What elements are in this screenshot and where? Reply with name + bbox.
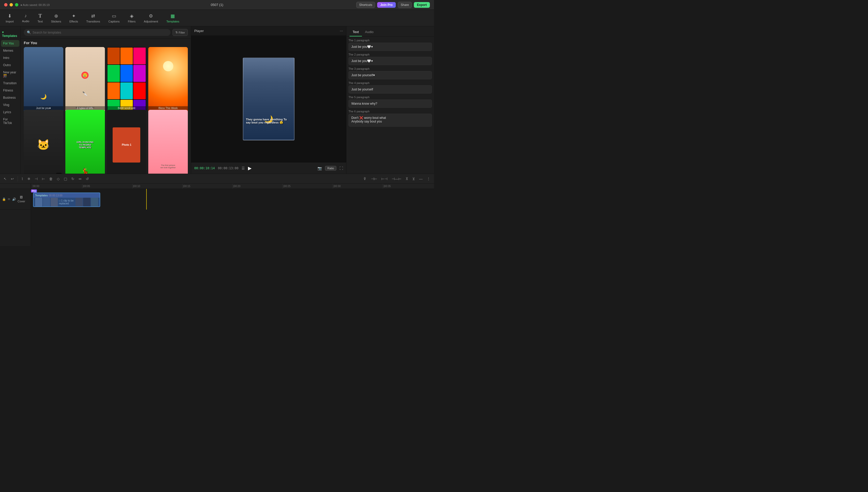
template-card-6[interactable]: GIRL DANCINGTO PEDROTEMPLATE 💃 bbox=[66, 110, 105, 174]
clip-before-button[interactable]: ⊣ bbox=[33, 176, 39, 182]
search-input[interactable] bbox=[32, 31, 168, 34]
sidebar-item-memes[interactable]: Memes bbox=[1, 47, 19, 54]
tool-text[interactable]: T Text bbox=[34, 11, 46, 25]
tool-stickers[interactable]: ⊕ Stickers bbox=[48, 11, 65, 25]
track-lock-button[interactable]: 🔒 bbox=[2, 197, 6, 201]
timeline-area: ↖ ↩ ⌇ ❄ ⊣ ⊢ 🗑 ◇ ▢ ↻ ⇔ ↺ 🎙 ⊣⊢ ⊢⊣ ⊣—⊢ ⊼ ⊻ … bbox=[0, 174, 434, 246]
sidebar-item-for-tiktok[interactable]: For TikTok bbox=[1, 116, 19, 126]
delete-button[interactable]: 🗑 bbox=[48, 176, 54, 182]
split-button[interactable]: ⌇ bbox=[20, 176, 25, 182]
tool-import[interactable]: ⬇ Import bbox=[2, 11, 17, 25]
handle-tr[interactable] bbox=[291, 58, 295, 61]
tool-audio-label: Audio bbox=[22, 20, 29, 23]
paragraph-4-input[interactable]: Just be yourself bbox=[349, 85, 432, 94]
clip-placeholder-text: □ 1 clip to be replaced bbox=[59, 199, 74, 205]
crop-button[interactable]: ▢ bbox=[62, 176, 69, 182]
template-card-2[interactable]: 😢 🔪 IT WAS HIS SISTER!!! ✂ 484.9K🎬 2 ⬇ 2… bbox=[66, 47, 105, 117]
select-tool-button[interactable]: ↖ bbox=[2, 176, 8, 182]
share-button[interactable]: Share bbox=[398, 2, 412, 8]
tool-effects[interactable]: ✦ Effects bbox=[66, 11, 82, 25]
paragraph-2-input[interactable]: Just be you🤍♥ bbox=[349, 57, 432, 65]
sidebar-item-fitness[interactable]: Fitness bbox=[1, 87, 19, 94]
template-card-1[interactable]: 🌙 ✂ 77🎬 1 Just be you♥ bbox=[24, 47, 63, 117]
tool-transitions[interactable]: ⇄ Transitions bbox=[83, 11, 104, 25]
clip-after-button[interactable]: ⊢ bbox=[40, 176, 47, 182]
timeline-ruler: 00:00 |00:05 |00:10 |00:15 |00:20 |00:25… bbox=[31, 184, 434, 189]
tab-audio[interactable]: Audio bbox=[362, 28, 377, 36]
tool-captions[interactable]: ▭ Captions bbox=[105, 11, 123, 25]
track-mute-button[interactable]: 🔊 bbox=[12, 197, 16, 201]
undo-button[interactable]: ↩ bbox=[9, 176, 16, 182]
handle-bl[interactable] bbox=[243, 137, 247, 140]
templates-panel: 🔍 ⇅ Filter For You 🌙 ✂ 77🎬 1 Just be you… bbox=[21, 26, 191, 174]
clip-thumbnails-right bbox=[75, 198, 98, 206]
microphone-button[interactable]: 🎙 bbox=[362, 176, 368, 182]
tool-templates[interactable]: ▦ Templates bbox=[163, 11, 183, 25]
paragraphs-list: The 1 paragraph Just be you🤍♥ The 2 para… bbox=[347, 37, 434, 174]
tool-audio[interactable]: ♪ Audio bbox=[18, 11, 33, 24]
template-card-7[interactable]: Photo 1 bbox=[107, 110, 147, 174]
ruler-tick-5: |00:25 bbox=[283, 184, 333, 189]
right-panel: Text Audio The 1 paragraph Just be you🤍♥… bbox=[346, 26, 434, 174]
cover-label[interactable]: 🖼 Cover bbox=[18, 196, 25, 203]
play-button[interactable]: ▶ bbox=[248, 165, 252, 171]
align-distribute-button[interactable]: ⊻ bbox=[411, 176, 416, 182]
tab-text[interactable]: Text bbox=[350, 28, 362, 36]
sidebar-item-outro[interactable]: Outro bbox=[1, 62, 19, 69]
sidebar-item-transition[interactable]: Transition bbox=[1, 80, 19, 87]
mirror-button[interactable]: ⇔ bbox=[77, 176, 83, 182]
rotate-button[interactable]: ↺ bbox=[84, 176, 91, 182]
close-button[interactable] bbox=[4, 3, 7, 6]
sidebar-item-vlog[interactable]: Vlog bbox=[1, 102, 19, 108]
download-btn-5[interactable]: ⬇ bbox=[56, 173, 62, 174]
search-input-wrap[interactable]: 🔍 bbox=[24, 29, 171, 36]
join-pro-button[interactable]: Join Pro bbox=[377, 2, 396, 8]
template-card-8[interactable]: The first picturewe took together bbox=[148, 110, 188, 174]
sidebar-item-lyrics[interactable]: Lyrics bbox=[1, 109, 19, 116]
paragraph-5-input[interactable]: Wanna know why? bbox=[349, 99, 432, 108]
export-button[interactable]: Export bbox=[414, 2, 430, 8]
freeze-button[interactable]: ❄ bbox=[26, 176, 32, 182]
align-center-button[interactable]: ⊼ bbox=[404, 176, 410, 182]
template-card-5[interactable]: 🐱 ✂ 10🎬 0 ⬇ bbox=[24, 110, 63, 174]
template-card-4[interactable]: ✂ 75🎬 1 ⬇ Bless This Week bbox=[148, 47, 188, 117]
timeline-clip[interactable]: Templates 00:00:13:00 □ 1 clip to be rep… bbox=[33, 193, 100, 207]
ratio-button[interactable]: Ratio bbox=[325, 166, 336, 171]
timeline-more-button[interactable]: ⋮ bbox=[425, 176, 432, 182]
paragraph-4-label: The 4 paragraph bbox=[349, 81, 432, 84]
timeline-tracks: Pro Templates 00:00:13:00 bbox=[31, 189, 434, 246]
sidebar-item-for-you[interactable]: For You bbox=[1, 40, 19, 47]
paragraph-3-input[interactable]: Just be yourself♥ bbox=[349, 71, 432, 79]
loop-button[interactable]: ↻ bbox=[70, 176, 76, 182]
clip-title: Templates bbox=[35, 194, 48, 197]
handle-tl[interactable] bbox=[243, 58, 247, 61]
sidebar-item-business[interactable]: Business bbox=[1, 94, 19, 101]
track-visible-button[interactable]: 👁 bbox=[7, 197, 10, 201]
filters-icon: ◈ bbox=[130, 13, 133, 19]
paragraph-6-input[interactable]: Don't ❌ worry bout whatAnybody say bout … bbox=[349, 114, 432, 127]
tool-filters[interactable]: ◈ Filters bbox=[124, 11, 139, 25]
handle-br[interactable] bbox=[291, 137, 295, 140]
paragraph-1-label: The 1 paragraph bbox=[349, 39, 432, 42]
screenshot-button[interactable]: 📷 bbox=[317, 166, 322, 170]
clip-trim-button[interactable]: ⊣—⊢ bbox=[390, 176, 403, 182]
maximize-button[interactable] bbox=[15, 3, 18, 6]
player-more-button[interactable]: ⋯ bbox=[340, 29, 343, 33]
fullscreen-button[interactable]: ⛶ bbox=[339, 166, 343, 170]
filter-button[interactable]: ⇅ Filter bbox=[173, 29, 188, 36]
paragraph-1-input[interactable]: Just be you🤍♥ bbox=[349, 43, 432, 51]
timeline-playhead[interactable] bbox=[146, 189, 147, 210]
sidebar-item-new-year[interactable]: New year 🎊 bbox=[1, 69, 19, 79]
minimize-button[interactable] bbox=[9, 3, 13, 6]
speed-split-button[interactable]: ⊣⊢ bbox=[369, 176, 379, 182]
template-card-3[interactable]: ✂ 696.1K🎬 8 ⬇ B&W scroll edit bbox=[107, 47, 147, 117]
keyframe-button[interactable]: ◇ bbox=[55, 176, 61, 182]
sidebar-item-intro[interactable]: Intro bbox=[1, 54, 19, 61]
tool-adjustment[interactable]: ⚙ Adjustment bbox=[140, 11, 162, 25]
clip-thumbnails bbox=[35, 198, 58, 206]
zoom-out-button[interactable]: — bbox=[417, 176, 424, 182]
list-view-button[interactable]: ☰ bbox=[241, 166, 245, 170]
speed-merge-button[interactable]: ⊢⊣ bbox=[380, 176, 389, 182]
captions-icon: ▭ bbox=[112, 13, 116, 19]
shortcuts-button[interactable]: Shortcuts bbox=[356, 2, 375, 8]
